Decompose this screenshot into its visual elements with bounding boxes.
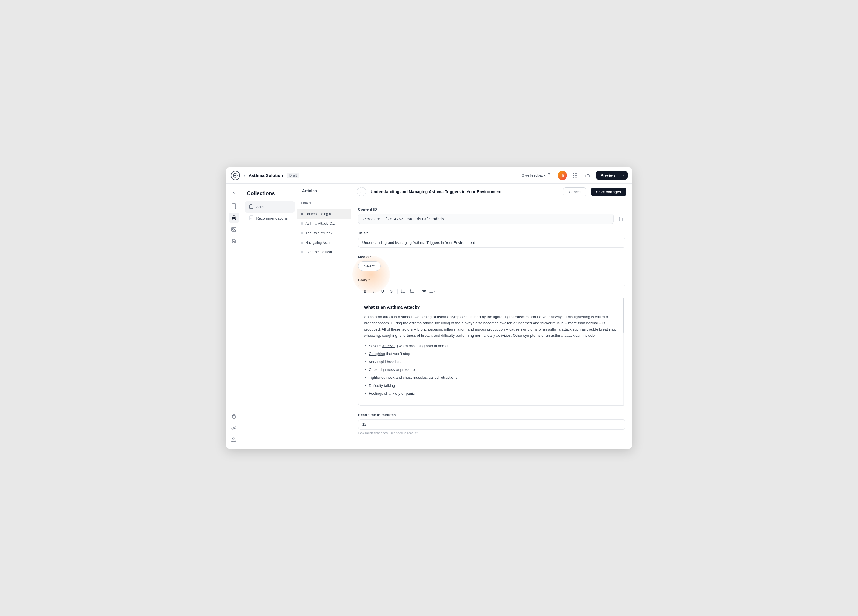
align-icon bbox=[429, 289, 434, 293]
svg-point-13 bbox=[401, 291, 402, 292]
articles-collection-icon bbox=[249, 204, 253, 210]
media-label: Media * bbox=[358, 254, 625, 259]
app-logo[interactable] bbox=[231, 171, 240, 180]
content-id-row bbox=[358, 214, 625, 224]
preview-button[interactable]: Preview bbox=[596, 171, 620, 180]
toolbar-divider-1 bbox=[397, 289, 398, 294]
body-content[interactable]: What Is an Asthma Attack? An asthma atta… bbox=[358, 298, 625, 405]
image-icon bbox=[231, 227, 236, 232]
list-item-6: Difficulty talking bbox=[365, 383, 619, 389]
save-changes-button[interactable]: Save changes bbox=[591, 188, 626, 196]
ordered-list-button[interactable] bbox=[408, 287, 416, 295]
cloud-button[interactable] bbox=[583, 171, 592, 180]
cloud-icon bbox=[585, 174, 591, 177]
title-input[interactable] bbox=[358, 237, 625, 248]
article-item-2[interactable]: Asthma Attack: C... bbox=[297, 219, 351, 228]
list-item-5-text: Tightened neck and chest muscles, called… bbox=[369, 374, 457, 380]
align-chevron: ▾ bbox=[434, 290, 435, 293]
main-area: Collections Articles bbox=[226, 183, 632, 448]
copy-button[interactable] bbox=[616, 214, 625, 223]
grid-apps-button[interactable] bbox=[570, 171, 580, 180]
preview-button-group[interactable]: Preview ▾ bbox=[596, 171, 627, 180]
article-dot-3 bbox=[301, 232, 303, 234]
list-item-6-text: Difficulty talking bbox=[369, 383, 395, 389]
body-label: Body * bbox=[358, 278, 625, 282]
list-item-1: Severe wheezing when breathing both in a… bbox=[365, 343, 619, 349]
app-window: ▾ Asthma Solution Draft Give feedback Hi bbox=[226, 168, 632, 448]
articles-list: Understanding a... Asthma Attack: C... T… bbox=[297, 207, 351, 259]
link-button[interactable] bbox=[420, 287, 428, 295]
flag-icon bbox=[547, 174, 551, 177]
strikethrough-button[interactable]: S bbox=[387, 287, 395, 295]
article-dot-1 bbox=[301, 213, 303, 215]
nav-rocket-icon[interactable] bbox=[228, 435, 239, 445]
article-item-3[interactable]: The Role of Peak... bbox=[297, 228, 351, 238]
title-label: Title * bbox=[358, 231, 625, 235]
list-item-4-text: Chest tightness or pressure bbox=[369, 366, 415, 373]
nav-watch-icon[interactable] bbox=[228, 411, 239, 422]
coughing-text: Coughing bbox=[369, 352, 385, 356]
articles-panel: Articles Title ⇅ Understanding a... Asth… bbox=[297, 183, 351, 448]
article-item-5[interactable]: Exercise for Hear... bbox=[297, 247, 351, 257]
read-time-section: Read time in minutes How much time does … bbox=[358, 413, 625, 435]
italic-button[interactable]: I bbox=[370, 287, 378, 295]
svg-rect-6 bbox=[232, 415, 235, 418]
list-item-4: Chest tightness or pressure bbox=[365, 366, 619, 373]
underline-button[interactable]: U bbox=[379, 287, 387, 295]
copy-icon bbox=[619, 217, 623, 221]
nav-back-button[interactable] bbox=[228, 187, 239, 197]
give-feedback-button[interactable]: Give feedback bbox=[519, 171, 554, 179]
grid-dots-icon bbox=[573, 173, 577, 178]
align-button[interactable]: ▾ bbox=[429, 287, 437, 295]
read-time-input[interactable] bbox=[358, 419, 625, 430]
read-time-label: Read time in minutes bbox=[358, 413, 625, 417]
media-section: Media * Select bbox=[358, 254, 625, 271]
toolbar-divider-2 bbox=[418, 289, 418, 294]
wheezing-text: wheezing bbox=[382, 344, 398, 348]
articles-column-header: Title ⇅ bbox=[297, 199, 351, 207]
recommendations-collection-label: Recommendations bbox=[256, 216, 288, 220]
list-item-7: Feelings of anxiety or panic bbox=[365, 390, 619, 396]
svg-rect-9 bbox=[250, 205, 253, 208]
article-item-4[interactable]: Navigating Asth... bbox=[297, 238, 351, 248]
cancel-button[interactable]: Cancel bbox=[563, 187, 586, 196]
editor-back-icon: ← bbox=[359, 190, 363, 194]
article-item-1[interactable]: Understanding a... bbox=[297, 209, 351, 219]
bold-button[interactable]: B bbox=[361, 287, 369, 295]
article-dot-2 bbox=[301, 222, 303, 225]
title-column-label: Title bbox=[301, 201, 308, 205]
svg-point-3 bbox=[232, 216, 236, 217]
editor-title: Understanding and Managing Asthma Trigge… bbox=[371, 189, 559, 194]
unordered-list-button[interactable] bbox=[399, 287, 407, 295]
select-media-button[interactable]: Select bbox=[358, 261, 381, 271]
unordered-list-icon bbox=[401, 289, 405, 293]
top-bar: ▾ Asthma Solution Draft Give feedback Hi bbox=[226, 168, 632, 183]
list-item-5: Tightened neck and chest muscles, called… bbox=[365, 374, 619, 380]
nav-puzzle-icon[interactable] bbox=[228, 236, 239, 246]
editor-back-button[interactable]: ← bbox=[357, 187, 366, 196]
app-logo-chevron: ▾ bbox=[244, 174, 245, 177]
nav-database-icon[interactable] bbox=[228, 213, 239, 223]
back-icon bbox=[232, 190, 236, 195]
articles-collection-label: Articles bbox=[256, 205, 269, 209]
svg-point-5 bbox=[233, 228, 233, 230]
sort-icon: ⇅ bbox=[309, 202, 311, 205]
body-paragraph: An asthma attack is a sudden worsening o… bbox=[364, 314, 619, 339]
scrollbar-thumb[interactable] bbox=[623, 298, 624, 333]
avatar[interactable]: Hi bbox=[558, 171, 567, 180]
preview-chevron-icon[interactable]: ▾ bbox=[620, 171, 628, 179]
media-wrapper: Select bbox=[358, 261, 381, 271]
svg-rect-11 bbox=[620, 218, 622, 221]
nav-image-icon[interactable] bbox=[228, 224, 239, 234]
nav-settings-icon[interactable] bbox=[228, 423, 239, 434]
collection-item-recommendations[interactable]: Recommendations bbox=[245, 213, 295, 224]
collection-item-articles[interactable]: Articles bbox=[245, 201, 295, 213]
app-status-badge: Draft bbox=[287, 172, 300, 178]
icon-nav bbox=[226, 183, 242, 448]
app-name: Asthma Solution bbox=[249, 173, 283, 178]
database-icon bbox=[231, 215, 236, 220]
nav-mobile-icon[interactable] bbox=[228, 201, 239, 211]
form-content: Content ID Title * bbox=[351, 200, 632, 448]
svg-rect-4 bbox=[232, 227, 236, 231]
top-bar-right: Give feedback Hi Pr bbox=[519, 171, 627, 180]
